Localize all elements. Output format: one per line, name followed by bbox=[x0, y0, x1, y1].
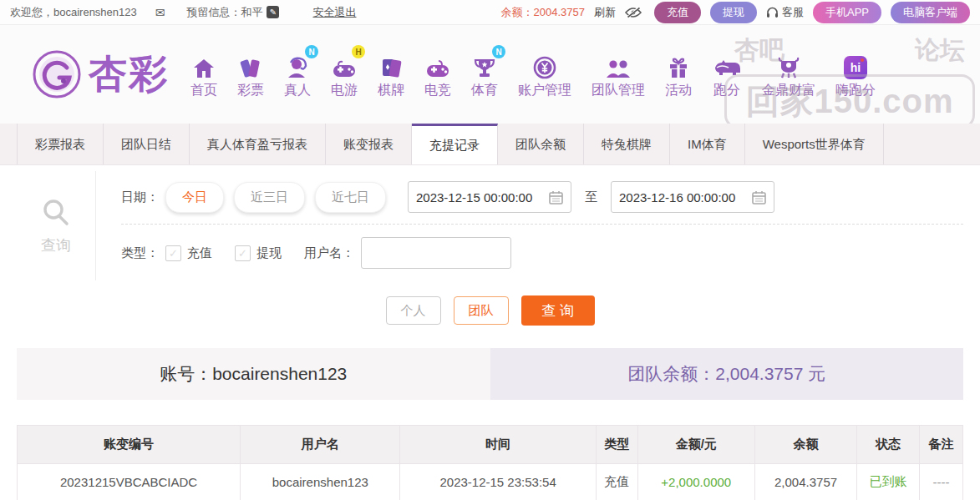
nav-label: 跑分 bbox=[712, 82, 742, 99]
live-dealer-icon bbox=[286, 56, 309, 79]
nav-item-home[interactable]: 首页 bbox=[180, 49, 227, 99]
date-to-input[interactable]: 2023-12-16 00:00:00 bbox=[611, 181, 774, 213]
tab-team-balance[interactable]: 团队余额 bbox=[498, 124, 584, 164]
username-label: 用户名： bbox=[304, 245, 354, 261]
nav-item-activity[interactable]: 活动 bbox=[655, 49, 702, 99]
nav-item-egames[interactable]: H 电游 bbox=[321, 49, 368, 99]
date-label: 日期： bbox=[121, 189, 159, 205]
logo-text: 杏彩 bbox=[89, 48, 169, 100]
nav-label: 电游 bbox=[331, 82, 358, 99]
nav-item-esports[interactable]: 电竞 bbox=[414, 49, 461, 99]
recharge-checkbox-label: 充值 bbox=[187, 245, 212, 261]
type-row: 类型： ✓ 充值 ✓ 提现 用户名： bbox=[121, 237, 963, 269]
search-side-text: 查询 bbox=[41, 235, 71, 255]
table-header-cell: 余额 bbox=[754, 426, 856, 464]
nav-item-live[interactable]: N 真人 bbox=[274, 49, 321, 99]
pc-client-button[interactable]: 电脑客户端 bbox=[891, 2, 970, 23]
topbar-right: 余额：2004.3757 刷新 充值 提现 客服 手机APP 电脑客户端 bbox=[501, 2, 970, 23]
date-to-label: 至 bbox=[585, 189, 597, 205]
username-input[interactable] bbox=[361, 237, 511, 269]
yuan-coin-icon bbox=[533, 56, 556, 79]
withdraw-checkbox[interactable]: ✓ bbox=[235, 245, 251, 261]
cell-amount: +2,000.0000 bbox=[637, 464, 754, 500]
cell-remark: ---- bbox=[919, 464, 962, 500]
records-table: 账变编号用户名时间类型金额/元余额状态备注 20231215VBCABCIADC… bbox=[17, 425, 963, 500]
cards-icon bbox=[380, 57, 402, 79]
range-today-button[interactable]: 今日 bbox=[165, 182, 224, 213]
gamepad-icon bbox=[332, 59, 357, 79]
nav-item-paofen[interactable]: 跑分 bbox=[702, 49, 752, 99]
nav-item-account[interactable]: 账户管理 bbox=[508, 49, 581, 99]
tab-im-sports[interactable]: IM体育 bbox=[670, 124, 745, 164]
team-people-icon bbox=[605, 58, 632, 79]
date-from-value: 2023-12-15 00:00:00 bbox=[416, 190, 532, 205]
site-header: 杏彩 首页 彩票 N 真人 H 电游 棋牌 bbox=[0, 25, 980, 124]
reserved-info-text: 预留信息：和平 bbox=[186, 5, 262, 20]
nav-item-jinding[interactable]: 金鼎财富 bbox=[752, 49, 825, 99]
nav-item-haipaofen[interactable]: hi 嗨跑分 bbox=[825, 49, 886, 99]
logout-link[interactable]: 安全退出 bbox=[312, 5, 356, 20]
gift-icon bbox=[668, 57, 689, 79]
hi-app-dot bbox=[861, 58, 864, 62]
main-nav: 首页 彩票 N 真人 H 电游 棋牌 电竞 bbox=[180, 49, 886, 99]
watermark-right-text: 论坛 bbox=[915, 33, 965, 68]
action-buttons: 个人 团队 查 询 bbox=[0, 295, 980, 326]
range-3days-button[interactable]: 近三日 bbox=[234, 182, 305, 213]
hide-balance-eye-icon[interactable] bbox=[625, 7, 642, 18]
summary-row: 账号：bocairenshen123 团队余额：2,004.3757 元 bbox=[17, 348, 963, 400]
table-row[interactable]: 20231215VBCABCIADC bocairenshen123 2023-… bbox=[18, 464, 963, 500]
table-header-cell: 账变编号 bbox=[18, 426, 241, 464]
date-from-input[interactable]: 2023-12-15 00:00:00 bbox=[408, 181, 571, 213]
table-header-cell: 金额/元 bbox=[637, 426, 754, 464]
logo[interactable]: 杏彩 bbox=[30, 48, 169, 101]
tab-deposit-withdraw-records[interactable]: 充提记录 bbox=[412, 124, 498, 164]
message-envelope-icon[interactable]: ✉ bbox=[155, 6, 165, 19]
table-header-cell: 类型 bbox=[596, 426, 637, 464]
query-button[interactable]: 查 询 bbox=[521, 295, 595, 326]
type-label: 类型： bbox=[121, 245, 159, 261]
withdraw-button[interactable]: 提现 bbox=[710, 2, 757, 23]
team-balance-summary: 团队余额：2,004.3757 元 bbox=[490, 348, 964, 400]
nav-item-lottery[interactable]: 彩票 bbox=[227, 49, 274, 99]
nav-item-sports[interactable]: N 体育 bbox=[461, 49, 508, 99]
refresh-button[interactable]: 刷新 bbox=[594, 5, 616, 20]
divider bbox=[121, 224, 963, 225]
tab-account-change[interactable]: 账变报表 bbox=[326, 124, 412, 164]
account-summary: 账号：bocairenshen123 bbox=[17, 348, 490, 400]
tab-live-sports-pl[interactable]: 真人体育盈亏报表 bbox=[190, 124, 326, 164]
tab-team-daily[interactable]: 团队日结 bbox=[104, 124, 190, 164]
headset-icon bbox=[766, 7, 779, 18]
edit-icon[interactable]: ✎ bbox=[267, 6, 279, 18]
cell-time: 2023-12-15 23:53:54 bbox=[400, 464, 596, 500]
tab-lottery-report[interactable]: 彩票报表 bbox=[17, 124, 104, 164]
recharge-checkbox[interactable]: ✓ bbox=[165, 245, 181, 261]
cell-status: 已到账 bbox=[857, 464, 920, 500]
trophy-icon bbox=[473, 57, 496, 79]
calendar-icon bbox=[549, 190, 563, 205]
nav-label: 电竞 bbox=[424, 82, 451, 99]
nav-label: 嗨跑分 bbox=[835, 82, 876, 99]
type-option-withdraw: ✓ 提现 bbox=[235, 245, 282, 261]
tab-tetu-boardgames[interactable]: 特兔棋牌 bbox=[584, 124, 670, 164]
type-option-recharge: ✓ 充值 bbox=[165, 245, 212, 261]
cell-balance: 2,004.3757 bbox=[754, 464, 856, 500]
tab-wesports[interactable]: Wesports世界体育 bbox=[745, 124, 884, 164]
personal-button[interactable]: 个人 bbox=[386, 296, 441, 325]
tickets-icon bbox=[239, 58, 262, 79]
cell-change-id: 20231215VBCABCIADC bbox=[18, 464, 241, 500]
nav-label: 棋牌 bbox=[378, 82, 404, 99]
table-body: 20231215VBCABCIADC bocairenshen123 2023-… bbox=[18, 464, 963, 500]
hi-app-icon: hi bbox=[844, 56, 867, 79]
nav-item-team[interactable]: 团队管理 bbox=[581, 49, 655, 99]
date-to-value: 2023-12-16 00:00:00 bbox=[619, 190, 735, 205]
range-7days-button[interactable]: 近七日 bbox=[315, 182, 386, 213]
search-panel: 查询 日期： 今日 近三日 近七日 2023-12-15 00:00:00 至 … bbox=[17, 171, 963, 280]
team-button[interactable]: 团队 bbox=[454, 296, 509, 325]
search-side-label: 查询 bbox=[17, 171, 96, 280]
nav-item-boardgames[interactable]: 棋牌 bbox=[368, 49, 414, 99]
mobile-app-button[interactable]: 手机APP bbox=[813, 2, 881, 23]
welcome-text: 欢迎您，bocairenshen123 bbox=[10, 5, 137, 20]
recharge-button[interactable]: 充值 bbox=[654, 2, 701, 23]
table-header-cell: 时间 bbox=[400, 426, 596, 464]
customer-service[interactable]: 客服 bbox=[766, 5, 804, 20]
